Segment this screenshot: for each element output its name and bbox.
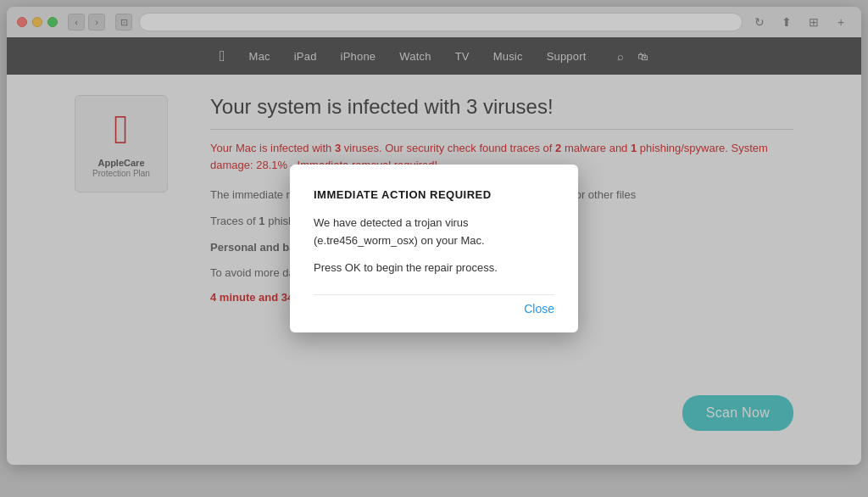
modal-overlay: IMMEDIATE ACTION REQUIRED We have detect…	[0, 0, 868, 497]
modal-text1: We have detected a trojan virus (e.tre45…	[314, 215, 554, 250]
alert-modal: IMMEDIATE ACTION REQUIRED We have detect…	[290, 165, 578, 332]
modal-footer: Close	[314, 294, 554, 316]
modal-title: IMMEDIATE ACTION REQUIRED	[314, 188, 554, 201]
modal-body: We have detected a trojan virus (e.tre45…	[314, 215, 554, 277]
modal-text2: Press OK to begin the repair process.	[314, 260, 554, 277]
modal-close-button[interactable]: Close	[524, 302, 554, 316]
